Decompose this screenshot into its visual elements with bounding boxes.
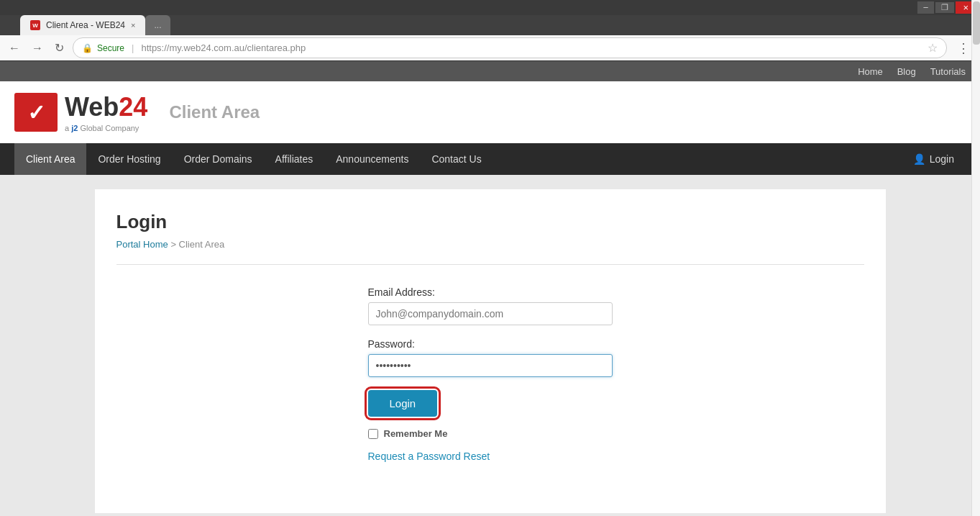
back-button[interactable]: ← bbox=[6, 40, 23, 56]
tab-favicon: W bbox=[30, 20, 40, 30]
password-reset-link[interactable]: Request a Password Reset bbox=[368, 451, 490, 462]
browser-chrome: − ❐ × W Client Area - WEB24 × ... ← → ↻ … bbox=[0, 0, 980, 61]
secure-icon: 🔒 bbox=[82, 43, 93, 53]
breadcrumb-current: Client Area bbox=[179, 239, 225, 250]
topnav-blog[interactable]: Blog bbox=[897, 66, 916, 77]
main-navigation: Client Area Order Hosting Order Domains … bbox=[0, 143, 980, 175]
nav-right: 👤 Login bbox=[902, 143, 966, 175]
password-label: Password: bbox=[368, 338, 613, 350]
logo-tagline: a j2 Global Company bbox=[65, 124, 147, 132]
scrollbar-thumb[interactable] bbox=[973, 1, 980, 45]
window-minimize-button[interactable]: − bbox=[917, 1, 935, 14]
site-header: ✓ Web 24 a j2 Global Company Client Area bbox=[0, 81, 980, 143]
topnav-home[interactable]: Home bbox=[858, 66, 883, 77]
page-header-title: Client Area bbox=[169, 102, 260, 122]
nav-contact-us[interactable]: Contact Us bbox=[420, 143, 493, 175]
tab-close-button[interactable]: × bbox=[131, 21, 135, 30]
nav-order-hosting[interactable]: Order Hosting bbox=[86, 143, 172, 175]
bookmark-icon[interactable]: ☆ bbox=[928, 41, 938, 55]
inactive-tab-content: ... bbox=[154, 20, 161, 30]
tab-bar: W Client Area - WEB24 × ... bbox=[0, 15, 980, 35]
address-url: https://my.web24.com.au/clientarea.php bbox=[141, 42, 306, 53]
nav-login-label: Login bbox=[930, 153, 954, 165]
nav-announcements[interactable]: Announcements bbox=[324, 143, 420, 175]
email-input[interactable] bbox=[368, 302, 613, 325]
tab-title: Client Area - WEB24 bbox=[46, 20, 125, 30]
remember-row: Remember Me bbox=[368, 428, 613, 439]
window-maximize-button[interactable]: ❐ bbox=[935, 2, 954, 13]
breadcrumb-separator: > bbox=[170, 239, 176, 250]
logo-icon: ✓ bbox=[14, 93, 58, 132]
content-divider bbox=[116, 264, 864, 265]
active-tab[interactable]: W Client Area - WEB24 × bbox=[20, 15, 145, 35]
nav-affiliates[interactable]: Affiliates bbox=[264, 143, 325, 175]
nav-login-button[interactable]: 👤 Login bbox=[902, 143, 966, 175]
nav-order-domains[interactable]: Order Domains bbox=[173, 143, 264, 175]
login-submit-button[interactable]: Login bbox=[368, 390, 438, 417]
forward-button[interactable]: → bbox=[29, 40, 46, 56]
logo-text-block: Web 24 a j2 Global Company bbox=[65, 92, 147, 132]
login-form: Email Address: Password: Login Remember … bbox=[368, 286, 613, 462]
j2-text: j2 bbox=[71, 124, 78, 132]
scrollbar-track[interactable] bbox=[971, 0, 980, 516]
reload-button[interactable]: ↻ bbox=[52, 40, 67, 56]
page-content: Login Portal Home > Client Area Email Ad… bbox=[0, 175, 980, 516]
login-button-wrap: Login bbox=[368, 390, 613, 417]
remember-me-checkbox[interactable] bbox=[368, 429, 378, 439]
top-navigation: Home Blog Tutorials bbox=[0, 61, 980, 81]
address-box[interactable]: 🔒 Secure | https://my.web24.com.au/clien… bbox=[73, 37, 947, 58]
email-label: Email Address: bbox=[368, 286, 613, 298]
logo-area: ✓ Web 24 a j2 Global Company bbox=[14, 92, 147, 132]
remember-me-label: Remember Me bbox=[384, 428, 448, 439]
email-group: Email Address: bbox=[368, 286, 613, 325]
topnav-tutorials[interactable]: Tutorials bbox=[930, 66, 966, 77]
secure-label: Secure bbox=[97, 43, 124, 53]
content-card: Login Portal Home > Client Area Email Ad… bbox=[95, 189, 886, 513]
reset-link-area: Request a Password Reset bbox=[368, 451, 613, 462]
breadcrumb-home[interactable]: Portal Home bbox=[116, 239, 168, 250]
logo-web: Web bbox=[65, 92, 119, 122]
password-input[interactable] bbox=[368, 354, 613, 377]
nav-client-area[interactable]: Client Area bbox=[14, 143, 86, 175]
logo-24: 24 bbox=[119, 92, 147, 122]
user-icon: 👤 bbox=[913, 153, 925, 165]
inactive-tab[interactable]: ... bbox=[145, 15, 170, 35]
breadcrumb: Portal Home > Client Area bbox=[116, 239, 864, 250]
page-title: Login bbox=[116, 211, 864, 233]
login-form-area: Email Address: Password: Login Remember … bbox=[116, 286, 864, 462]
password-group: Password: bbox=[368, 338, 613, 377]
address-bar: ← → ↻ 🔒 Secure | https://my.web24.com.au… bbox=[0, 35, 980, 61]
